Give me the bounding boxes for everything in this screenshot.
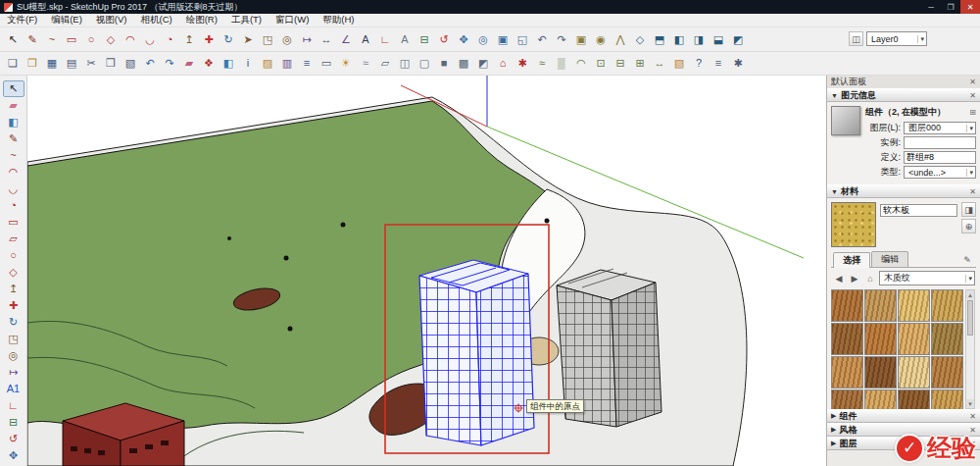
move-tool-icon[interactable]: ✚ — [3, 297, 24, 314]
smoove-tool-icon[interactable]: ◠ — [571, 54, 591, 73]
sandbox-from-scratch-icon[interactable]: ▒ — [552, 54, 571, 73]
material-swatch-8[interactable] — [931, 323, 963, 355]
tab-edit[interactable]: 编辑 — [871, 251, 908, 267]
material-swatch-13[interactable] — [831, 389, 863, 409]
layers-panel-icon[interactable]: ≡ — [297, 54, 317, 73]
3d-viewport[interactable]: 组件中的原点 — [27, 76, 826, 466]
axes-tool-icon[interactable]: ∟ — [3, 397, 24, 414]
flip-edge-tool-icon[interactable]: ↔ — [650, 54, 669, 73]
polygon-tool-icon[interactable]: ◇ — [3, 264, 24, 281]
sandbox-from-contours-icon[interactable]: ≈ — [532, 54, 552, 73]
cut-icon[interactable]: ✂ — [81, 54, 101, 73]
entity-layer-dropdown[interactable]: 图层000 ▾ — [904, 122, 976, 134]
display-secondary-pane-icon[interactable]: ◨ — [961, 202, 976, 217]
menu-item[interactable]: 编辑(E) — [44, 14, 89, 26]
rotate-tool-icon[interactable]: ↻ — [3, 314, 24, 331]
right-view-icon[interactable]: ◨ — [689, 30, 709, 49]
redo-icon[interactable]: ↷ — [160, 54, 179, 73]
arc-tool-icon[interactable]: ◠ — [3, 164, 24, 181]
definition-input[interactable] — [904, 151, 976, 164]
material-swatch-7[interactable] — [898, 323, 930, 355]
menu-item[interactable]: 窗口(W) — [269, 14, 316, 26]
two-point-arc-tool-icon[interactable]: ◡ — [140, 30, 160, 49]
left-view-icon[interactable]: ◩ — [728, 30, 748, 49]
push-pull-tool-icon[interactable]: ↥ — [3, 281, 24, 297]
materials-panel-icon[interactable]: ▨ — [258, 54, 277, 73]
paint-bucket-tool-icon[interactable]: ◧ — [3, 114, 24, 130]
menu-item[interactable]: 工具(T) — [224, 14, 269, 26]
styles-panel-icon[interactable]: ▥ — [277, 54, 297, 73]
zoom-tool-icon[interactable]: ◎ — [473, 30, 493, 49]
offset-tool-icon[interactable]: ◎ — [277, 30, 297, 49]
home-icon[interactable]: ⌂ — [863, 272, 877, 285]
zoom-extents-tool-icon[interactable]: ◱ — [513, 30, 532, 49]
new-file-icon[interactable]: ❏ — [3, 54, 23, 73]
create-material-icon[interactable]: ⊕ — [961, 219, 976, 233]
iso-view-icon[interactable]: ◇ — [630, 30, 650, 49]
scrollbar-thumb[interactable] — [967, 300, 973, 336]
rectangle-tool-icon[interactable]: ▭ — [3, 214, 24, 231]
material-name-input[interactable] — [880, 204, 957, 217]
close-button[interactable]: ✕ — [960, 0, 980, 14]
components-section-header[interactable]: ▶ 组件 ✕ — [827, 409, 980, 423]
material-swatch-15[interactable] — [898, 389, 930, 409]
extension-warehouse-icon[interactable]: ✱ — [513, 54, 532, 73]
drape-tool-icon[interactable]: ⊟ — [611, 54, 630, 73]
open-file-icon[interactable]: ❐ — [23, 54, 42, 73]
details-toggle-icon[interactable]: ⊞ — [969, 108, 976, 117]
next-view-icon[interactable]: ↷ — [552, 30, 571, 49]
material-category-dropdown[interactable]: 木质纹 ▾ — [879, 271, 975, 285]
orbit-tool-icon[interactable]: ↺ — [3, 431, 24, 447]
add-detail-tool-icon[interactable]: ⊞ — [630, 54, 650, 73]
shadows-toggle-icon[interactable]: ☀ — [336, 54, 356, 73]
look-around-tool-icon[interactable]: ◉ — [591, 30, 611, 49]
position-texture-icon[interactable]: ▧ — [669, 54, 689, 73]
maximize-button[interactable]: ❐ — [941, 0, 960, 14]
paste-icon[interactable]: ▧ — [121, 54, 140, 73]
scale-tool-icon[interactable]: ◳ — [3, 331, 24, 347]
move-tool-icon[interactable]: ✚ — [199, 30, 219, 49]
type-dropdown[interactable]: <unde...> ▾ — [904, 166, 976, 179]
pie-tool-icon[interactable]: ◔ — [3, 197, 24, 214]
material-swatch-1[interactable] — [831, 289, 863, 322]
freehand-tool-icon[interactable]: ~ — [42, 30, 62, 49]
select-tool-icon[interactable]: ↖ — [3, 80, 24, 97]
zoom-window-tool-icon[interactable]: ▣ — [493, 30, 513, 49]
rotated-rectangle-tool-icon[interactable]: ▱ — [3, 231, 24, 247]
material-swatch-10[interactable] — [864, 356, 897, 388]
layer-dropdown[interactable]: Layer0 ▾ — [866, 31, 927, 46]
material-swatch-4[interactable] — [931, 289, 963, 322]
scale-tool-icon[interactable]: ◳ — [258, 30, 277, 49]
front-view-icon[interactable]: ◧ — [669, 30, 689, 49]
menu-item[interactable]: 帮助(H) — [316, 14, 361, 26]
material-swatch-12[interactable] — [931, 356, 963, 388]
panel-close-icon[interactable]: ✕ — [969, 78, 976, 86]
outliner-panel-icon[interactable]: ≡ — [709, 54, 728, 73]
menu-item[interactable]: 视图(V) — [89, 14, 134, 26]
print-icon[interactable]: ▤ — [62, 54, 81, 73]
back-arrow-icon[interactable]: ◀ — [832, 272, 846, 285]
walk-tool-icon[interactable]: ⋀ — [611, 30, 630, 49]
monochrome-mode-icon[interactable]: ◩ — [473, 54, 493, 73]
minimize-button[interactable]: ─ — [921, 0, 941, 14]
make-component-icon[interactable]: ❖ — [199, 54, 219, 73]
entity-info-close-icon[interactable]: ✕ — [969, 91, 976, 100]
materials-section-header[interactable]: ▼ 材料 ✕ — [827, 184, 980, 198]
preferences-icon[interactable]: ✱ — [728, 54, 748, 73]
material-swatch-3[interactable] — [898, 289, 930, 322]
menu-item[interactable]: 相机(C) — [133, 14, 178, 26]
material-swatch-6[interactable] — [864, 323, 897, 355]
circle-tool-icon[interactable]: ○ — [81, 30, 101, 49]
materials-scrollbar[interactable]: ▲ ▼ — [965, 289, 975, 409]
previous-view-icon[interactable]: ↶ — [532, 30, 552, 49]
tape-measure-tool-icon[interactable]: ↦ — [297, 30, 317, 49]
warehouse-icon[interactable]: ⌂ — [493, 54, 513, 73]
freehand-tool-icon[interactable]: ~ — [3, 147, 24, 164]
wireframe-mode-icon[interactable]: ◫ — [395, 54, 415, 73]
fog-toggle-icon[interactable]: ≈ — [356, 54, 375, 73]
sample-paint-icon[interactable]: ✎ — [960, 253, 974, 267]
materials-close-icon[interactable]: ✕ — [969, 187, 976, 196]
material-swatch-9[interactable] — [831, 356, 863, 388]
scroll-up-icon[interactable]: ▲ — [966, 290, 974, 299]
instance-input[interactable] — [904, 136, 976, 149]
